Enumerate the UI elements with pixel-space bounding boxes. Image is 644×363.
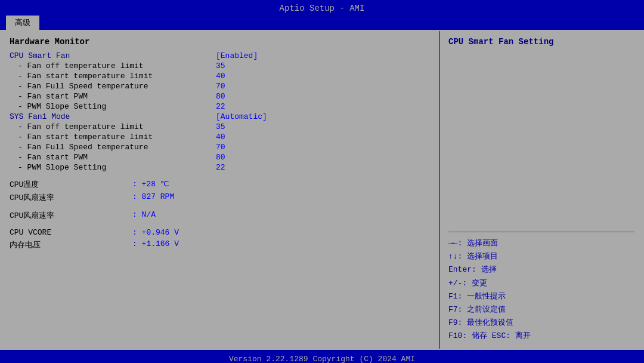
- monitor-row: CPU温度: +28 ℃: [10, 179, 431, 190]
- monitor-label: CPU温度: [10, 179, 129, 190]
- monitor-label: CPU风扇速率: [10, 192, 129, 203]
- sub-label: - Fan start temperature limit: [10, 72, 212, 81]
- cpu-smart-fan-row: CPU Smart Fan [Enabled]: [10, 51, 431, 60]
- right-panel: CPU Smart Fan Setting →←: 选择画面↑↓: 选择项目En…: [440, 31, 643, 349]
- sub-label: - PWM Slope Setting: [10, 102, 212, 111]
- sys-sub-setting-row: - Fan start temperature limit40: [10, 133, 431, 141]
- section-title: Hardware Monitor: [10, 37, 431, 47]
- help-divider: [448, 232, 634, 232]
- divider1: [10, 173, 431, 179]
- cpu-sub-settings: - Fan off temperature limit35- Fan start…: [10, 61, 431, 111]
- tab-advanced[interactable]: 高级: [6, 16, 39, 30]
- sys-fan1-value: [Automatic]: [216, 112, 267, 121]
- sub-value: 22: [216, 163, 225, 172]
- monitor-label: CPU VCORE: [10, 228, 129, 237]
- sub-value: 80: [216, 153, 225, 162]
- sys-fan1-label: SYS Fan1 Mode: [10, 112, 212, 121]
- sys-sub-setting-row: - Fan Full Speed temperature70: [10, 143, 431, 152]
- cpu-sub-setting-row: - Fan Full Speed temperature70: [10, 82, 431, 91]
- footer: Version 2.22.1289 Copyright (C) 2024 AMI: [0, 350, 644, 363]
- key-name: F1:: [448, 292, 462, 301]
- monitor-label: CPU风扇速率: [10, 210, 129, 221]
- sys-sub-setting-row: - Fan start PWM80: [10, 153, 431, 162]
- key-help-line: F10: 储存 ESC: 离开: [448, 330, 634, 343]
- sub-value: 35: [216, 122, 225, 131]
- monitor-label: 内存电压: [10, 239, 129, 250]
- cpu-sub-setting-row: - Fan start temperature limit40: [10, 72, 431, 81]
- help-title: CPU Smart Fan Setting: [448, 37, 634, 47]
- sub-label: - Fan Full Speed temperature: [10, 82, 212, 91]
- key-help-line: +/-: 变更: [448, 277, 634, 290]
- key-name: F9:: [448, 318, 462, 327]
- sub-label: - Fan start PWM: [10, 92, 212, 101]
- sub-label: - Fan start temperature limit: [10, 133, 212, 141]
- monitor-row: 内存电压: +1.166 V: [10, 239, 431, 250]
- key-name: +/-:: [448, 279, 467, 288]
- key-name: ↑↓:: [448, 252, 462, 261]
- sub-value: 70: [216, 143, 225, 152]
- monitor-value: : +1.166 V: [132, 239, 179, 250]
- sub-label: - Fan start PWM: [10, 153, 212, 162]
- monitor-row: CPU风扇速率: N/A: [10, 210, 431, 221]
- sys-fan1-row: SYS Fan1 Mode [Automatic]: [10, 112, 431, 121]
- sub-value: 40: [216, 72, 225, 81]
- sub-value: 40: [216, 133, 225, 141]
- key-help: →←: 选择画面↑↓: 选择项目Enter: 选择+/-: 变更F1: 一般性提…: [448, 237, 634, 343]
- left-panel: Hardware Monitor CPU Smart Fan [Enabled]…: [1, 31, 440, 349]
- monitor-value: : +28 ℃: [132, 179, 169, 190]
- monitor-row: CPU风扇速率: 827 RPM: [10, 192, 431, 203]
- cpu-sub-setting-row: - Fan start PWM80: [10, 92, 431, 101]
- monitor-row: CPU VCORE: +0.946 V: [10, 228, 431, 237]
- help-spacer: [448, 51, 634, 227]
- monitor-items: CPU温度: +28 ℃CPU风扇速率: 827 RPMCPU风扇速率: N/A…: [10, 179, 431, 250]
- key-help-line: F1: 一般性提示: [448, 290, 634, 303]
- sub-value: 35: [216, 61, 225, 70]
- key-name: →←:: [448, 239, 462, 248]
- main-area: Hardware Monitor CPU Smart Fan [Enabled]…: [0, 30, 644, 350]
- sub-label: - Fan Full Speed temperature: [10, 143, 212, 152]
- app-title: Aptio Setup - AMI: [280, 4, 365, 13]
- sub-label: - Fan off temperature limit: [10, 122, 212, 131]
- cpu-smart-fan-label: CPU Smart Fan: [10, 51, 212, 60]
- title-bar: Aptio Setup - AMI: [0, 0, 644, 16]
- sub-value: 70: [216, 82, 225, 91]
- monitor-value: : 827 RPM: [132, 192, 174, 203]
- monitor-value: : N/A: [132, 210, 156, 221]
- tab-row: 高级: [0, 16, 644, 30]
- key-help-line: F7: 之前设定值: [448, 303, 634, 316]
- sub-label: - PWM Slope Setting: [10, 163, 212, 172]
- sys-sub-settings: - Fan off temperature limit35- Fan start…: [10, 122, 431, 172]
- key-help-line: Enter: 选择: [448, 263, 634, 276]
- sys-sub-setting-row: - PWM Slope Setting22: [10, 163, 431, 172]
- key-name: Enter:: [448, 265, 476, 274]
- key-help-line: →←: 选择画面: [448, 237, 634, 250]
- sub-label: - Fan off temperature limit: [10, 61, 212, 70]
- key-name: F7:: [448, 305, 462, 314]
- key-help-line: ↑↓: 选择项目: [448, 250, 634, 263]
- sub-value: 80: [216, 92, 225, 101]
- sys-sub-setting-row: - Fan off temperature limit35: [10, 122, 431, 131]
- cpu-smart-fan-value: [Enabled]: [216, 51, 258, 60]
- monitor-value: : +0.946 V: [132, 228, 179, 237]
- sub-value: 22: [216, 102, 225, 111]
- key-help-line: F9: 最佳化预设值: [448, 316, 634, 330]
- footer-text: Version 2.22.1289 Copyright (C) 2024 AMI: [229, 355, 415, 364]
- key-name: F10:: [448, 331, 467, 340]
- cpu-sub-setting-row: - PWM Slope Setting22: [10, 102, 431, 111]
- cpu-sub-setting-row: - Fan off temperature limit35: [10, 61, 431, 70]
